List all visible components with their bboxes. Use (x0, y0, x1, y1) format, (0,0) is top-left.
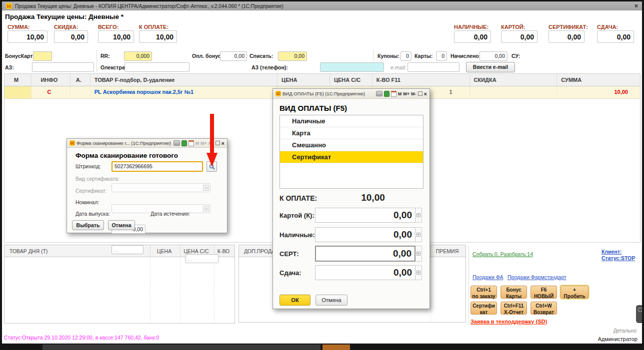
coupons-input[interactable]: 0 (400, 51, 412, 61)
button-line: Возврат (531, 310, 556, 316)
close-icon[interactable]: × (424, 91, 427, 97)
change-field-input[interactable]: 0,00 (315, 265, 416, 280)
taskbar (0, 344, 644, 350)
calc-icon[interactable] (416, 265, 422, 280)
close-icon[interactable]: × (222, 140, 224, 146)
payment-dialog-title-text: ВИД ОПЛАТЫ (F5) (1С:Предприятие) (282, 91, 374, 96)
col-premium[interactable]: ПРЕМИЯ (431, 245, 466, 257)
issue-date-label: Дата выпуска: (76, 211, 110, 217)
az-phone-input[interactable] (320, 62, 384, 72)
spisat-input[interactable]: 0,00 (278, 51, 307, 61)
col-price[interactable]: ЦЕНА (278, 74, 330, 86)
order-button[interactable]: Ctrl+1 по заказу (470, 286, 497, 299)
col-product[interactable]: ТОВАР F-подбор, D-удаление (90, 74, 278, 86)
option-cash[interactable]: Наличные (280, 115, 423, 127)
page-title: Продажа Текущие цены: Дневные * (5, 13, 124, 20)
change-field-label: Сдача: (280, 269, 302, 277)
cards-input[interactable]: 0 (436, 51, 447, 61)
empty-cell (150, 257, 180, 323)
az-input[interactable] (32, 62, 94, 72)
certificate-button[interactable]: Сертифи кат (470, 302, 497, 315)
collect-link[interactable]: Собрать:0, Разобрать:14 (472, 251, 533, 257)
cancel-button[interactable]: Отмена (108, 220, 135, 230)
bonus-cards-button[interactable]: Бонус Карты (500, 286, 527, 299)
empty-cell (431, 257, 466, 322)
nachisleno-input[interactable]: 0,00 (480, 51, 508, 61)
calculator-icon[interactable] (384, 91, 390, 97)
rr-input[interactable]: 0,000 (124, 51, 152, 61)
col-qty[interactable]: К-ВО F11 (372, 74, 470, 86)
to-pay-label: К ОПЛАТЕ: (280, 194, 317, 202)
option-mixed[interactable]: Смешанно (280, 139, 423, 151)
detail-link[interactable]: Детально (568, 328, 636, 334)
print-icon[interactable] (174, 140, 180, 146)
opl-bonus-label: Опл. бонус: (192, 53, 222, 59)
sales-pharmstandard-link[interactable]: Продажи Фармстандарт (508, 274, 566, 280)
olextra-input[interactable] (124, 62, 190, 72)
expiry-date-label: Дата истечения: (150, 211, 190, 217)
calc-icon[interactable] (416, 246, 422, 262)
ok-button[interactable]: ОК (280, 295, 310, 306)
col-a[interactable]: А. (70, 74, 90, 86)
cert-type-label: Вид сертификата: (76, 176, 120, 182)
card-field-input[interactable]: 0,00 (315, 208, 416, 223)
email-input[interactable] (408, 62, 460, 72)
button-line: по заказу (471, 294, 496, 300)
product-of-day-body (4, 257, 234, 323)
col-m[interactable]: М (4, 74, 32, 86)
empty-cell (4, 257, 150, 323)
issue-date-input[interactable]: . . (112, 245, 144, 254)
window-titlebar: 1С Продажа Текущие цены: Дневные - КОПИЯ… (2, 1, 642, 10)
print-icon[interactable] (376, 91, 382, 96)
separator (96, 50, 97, 72)
cell-discount (470, 86, 558, 98)
sum-value: 10,00 (8, 30, 48, 43)
cancel-button[interactable]: Отмена (316, 295, 348, 306)
memory-icon[interactable]: М (196, 141, 200, 146)
memory-plus-icon[interactable]: М+ (403, 91, 410, 96)
calc-icon[interactable] (416, 227, 422, 242)
email-label: e-mail: (390, 64, 406, 70)
col-info[interactable]: ИНФО (32, 74, 70, 86)
option-card[interactable]: Карта (280, 127, 423, 139)
certificate-label: СЕРТИФИКАТ: (548, 24, 588, 30)
col-discount[interactable]: СКИДКА (470, 74, 558, 86)
maximize-icon[interactable] (418, 91, 422, 96)
scan-dialog-titlebar: 1С Форма сканирование г... (1С:Предприят… (67, 139, 227, 148)
enter-email-button[interactable]: Ввести e-mail (466, 62, 515, 72)
current-user-label: Администратор (568, 336, 638, 342)
bonus-card-input[interactable] (33, 51, 52, 61)
spisat-label: Списать: (250, 53, 273, 59)
window-close-icon[interactable]: × (634, 2, 638, 9)
col-price[interactable]: ЦЕНА (150, 245, 180, 257)
return-button[interactable]: Ctrl+W Возврат (530, 302, 557, 315)
col-price-cc[interactable]: ЦЕНА С/С (330, 74, 372, 86)
barcode-label: Штрихкод: (76, 163, 101, 169)
register-status: Статус:Открыта 29.10.2020 12:29:00, в ка… (4, 335, 159, 341)
memory-icon[interactable]: М (398, 91, 402, 96)
cert-field-input[interactable]: 0,00 (315, 246, 416, 262)
client-link[interactable]: Клиент: (602, 249, 622, 255)
option-certificate[interactable]: Сертификат (280, 151, 423, 163)
col-sum[interactable]: СУММА (557, 74, 640, 86)
support-link[interactable]: Заявка в техподдержку (SD) (470, 319, 547, 325)
expiry-date-input[interactable]: . . (186, 254, 218, 263)
calculator-icon[interactable] (182, 140, 187, 146)
calendar-icon[interactable] (391, 91, 396, 97)
calc-icon[interactable] (416, 208, 422, 223)
new-f6-button[interactable]: F6 НОВЫЙ (530, 286, 557, 299)
button-line: Бонус (501, 287, 526, 294)
cash-field-input[interactable]: 0,00 (315, 227, 416, 242)
taskbar-segment (42, 345, 320, 350)
cert-field-label: СЕРТ: (280, 250, 299, 258)
sales-fa-link[interactable]: Продажи ФА (472, 274, 504, 280)
select-button[interactable]: Выбрать (72, 220, 104, 230)
punch-button[interactable]: + Пробить (560, 286, 588, 299)
x-report-button[interactable]: Ctrl+F11 X-Отчет (500, 302, 527, 315)
memory-minus-icon[interactable]: М- (411, 91, 416, 96)
calendar-icon[interactable] (188, 140, 194, 146)
choose-icon: ⊡ (203, 206, 209, 212)
client-status-link[interactable]: Статус:STOP (602, 255, 635, 261)
opl-bonus-input[interactable]: 0,00 (220, 51, 247, 61)
barcode-input[interactable]: 5027362966695 (112, 161, 203, 172)
